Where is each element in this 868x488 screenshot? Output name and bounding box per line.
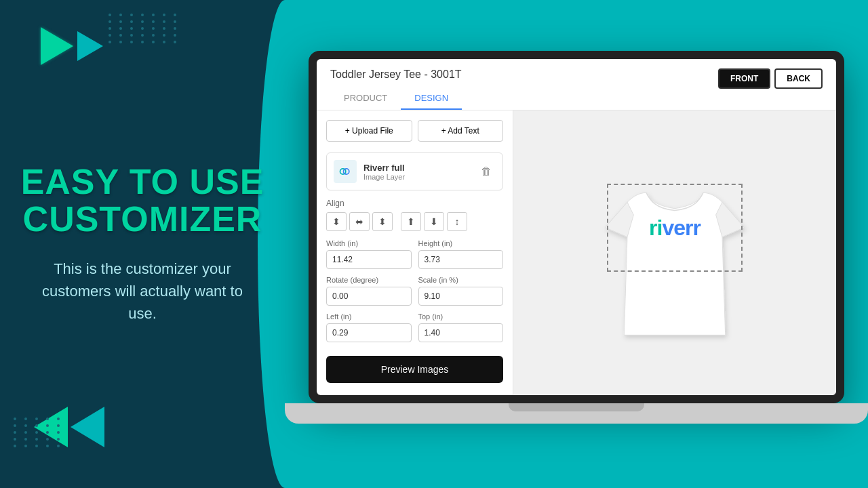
align-right-button[interactable]: ⬍ [372, 212, 393, 231]
layer-info: Riverr full Image Layer [363, 163, 470, 181]
tab-product[interactable]: PRODUCT [330, 87, 401, 110]
play-triangle-1 [41, 27, 73, 65]
height-input[interactable] [418, 250, 504, 269]
align-group: ⬍ ⬌ ⬍ ⬆ ⬇ ↕ [326, 212, 503, 231]
app-ui: Toddler Jersey Tee - 3001T PRODUCT DESIG… [317, 59, 836, 395]
layer-delete-button[interactable]: 🗑 [477, 162, 496, 181]
align-center-v-button[interactable]: ⬇ [424, 212, 444, 231]
layer-name: Riverr full [363, 163, 470, 173]
action-buttons: + Upload File + Add Text [326, 120, 503, 142]
top-label: Top (in) [418, 312, 504, 321]
tshirt-area: riverr [513, 110, 836, 395]
app-content: + Upload File + Add Text [317, 110, 836, 395]
left-panel: EASY TO USE CUSTOMIZER This is the custo… [0, 0, 285, 488]
tab-design[interactable]: DESIGN [401, 87, 462, 110]
app-header: Toddler Jersey Tee - 3001T PRODUCT DESIG… [317, 59, 836, 110]
tshirt-container: riverr [587, 158, 763, 348]
width-label: Width (in) [326, 239, 412, 247]
layer-icon-svg [338, 165, 352, 178]
align-center-h-button[interactable]: ⬌ [349, 212, 370, 231]
preview-images-button[interactable]: Preview Images [326, 356, 503, 383]
top-input[interactable] [418, 323, 504, 342]
width-height-row: Width (in) Height (in) [326, 239, 503, 269]
align-top-button[interactable]: ⬆ [401, 212, 421, 231]
left-label: Left (in) [326, 312, 412, 321]
width-field: Width (in) [326, 239, 412, 269]
riverr-text-blue: verr [662, 216, 701, 240]
align-v-buttons: ⬆ ⬇ ↕ [401, 212, 467, 231]
subtext: This is the customizer your customers wi… [20, 258, 264, 325]
layer-icon [334, 160, 357, 183]
height-field: Height (in) [418, 239, 504, 269]
layer-item: Riverr full Image Layer 🗑 [326, 152, 503, 190]
laptop-body: Toddler Jersey Tee - 3001T PRODUCT DESIG… [309, 51, 844, 403]
scale-input[interactable] [418, 287, 504, 306]
laptop-base [285, 403, 868, 424]
rotate-field: Rotate (degree) [326, 276, 412, 306]
align-section: Align ⬍ ⬌ ⬍ ⬆ ⬇ [326, 199, 503, 231]
align-left-button[interactable]: ⬍ [326, 212, 347, 231]
scale-label: Scale (in %) [418, 276, 504, 284]
align-bottom-button[interactable]: ↕ [447, 212, 467, 231]
top-field: Top (in) [418, 312, 504, 342]
left-field: Left (in) [326, 312, 412, 342]
front-button[interactable]: FRONT [718, 68, 770, 89]
riverr-text-teal: ri [649, 216, 662, 240]
align-label: Align [326, 199, 503, 208]
view-buttons: FRONT BACK [718, 68, 823, 89]
rotate-scale-row: Rotate (degree) Scale (in %) [326, 276, 503, 306]
laptop: Toddler Jersey Tee - 3001T PRODUCT DESIG… [309, 51, 844, 437]
left-input[interactable] [326, 323, 412, 342]
rotate-label: Rotate (degree) [326, 276, 412, 284]
back-button[interactable]: BACK [774, 68, 823, 89]
laptop-screen: Toddler Jersey Tee - 3001T PRODUCT DESIG… [317, 59, 836, 395]
align-h-buttons: ⬍ ⬌ ⬍ [326, 212, 393, 231]
height-label: Height (in) [418, 239, 504, 247]
headline: EASY TO USE CUSTOMIZER [21, 163, 264, 237]
play-triangle-2 [77, 31, 103, 61]
right-panel: Toddler Jersey Tee - 3001T PRODUCT DESIG… [285, 0, 868, 488]
tabs: PRODUCT DESIGN [330, 87, 823, 110]
rev-tri-1 [71, 407, 104, 447]
rotate-input[interactable] [326, 287, 412, 306]
layer-type: Image Layer [363, 173, 470, 181]
design-overlay: riverr [607, 184, 743, 272]
add-text-button[interactable]: + Add Text [418, 120, 504, 142]
width-input[interactable] [326, 250, 412, 269]
play-icon [41, 27, 103, 65]
scale-field: Scale (in %) [418, 276, 504, 306]
dot-grid-bottom [14, 418, 64, 447]
left-top-row: Left (in) Top (in) [326, 312, 503, 342]
dot-grid-top [108, 14, 180, 43]
left-controls: + Upload File + Add Text [317, 110, 513, 395]
riverr-logo: riverr [649, 216, 701, 241]
upload-file-button[interactable]: + Upload File [326, 120, 412, 142]
